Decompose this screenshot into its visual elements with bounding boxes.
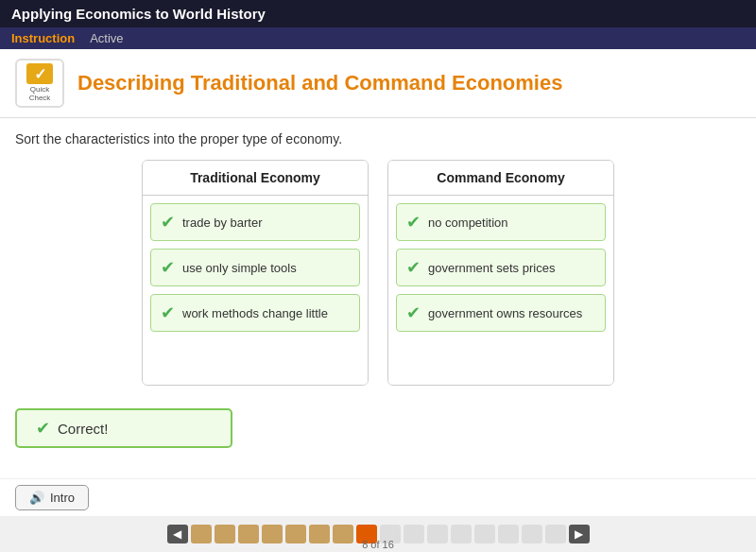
- quick-check-icon: ✓ QuickCheck: [15, 59, 64, 108]
- speaker-icon: 🔊: [29, 491, 44, 505]
- correct-label: Correct!: [58, 421, 108, 437]
- traditional-economy-column: Traditional Economy ✔ trade by barter ✔ …: [142, 160, 369, 386]
- command-economy-column: Command Economy ✔ no competition ✔ gover…: [387, 160, 614, 386]
- traditional-economy-header: Traditional Economy: [143, 161, 368, 196]
- list-item: ✔ trade by barter: [150, 203, 360, 241]
- command-economy-body: ✔ no competition ✔ government sets price…: [388, 196, 613, 385]
- intro-label: Intro: [50, 491, 75, 505]
- correct-check-icon: ✔: [36, 418, 50, 439]
- pagination-bar: ◀ ▶ 8 of 16: [0, 516, 756, 552]
- item-label: work methods change little: [182, 306, 328, 320]
- content-header: ✓ QuickCheck Describing Traditional and …: [0, 49, 756, 118]
- check-circle-icon: ✔: [406, 257, 421, 278]
- item-label: trade by barter: [182, 216, 263, 230]
- audio-bar: 🔊 Intro: [0, 478, 756, 516]
- top-bar: Applying Economics to World History: [0, 0, 756, 27]
- content-body: Sort the characteristics into the proper…: [0, 118, 756, 393]
- page-label: 8 of 16: [0, 539, 756, 550]
- list-item: ✔ work methods change little: [150, 294, 360, 332]
- intro-button[interactable]: 🔊 Intro: [15, 485, 89, 510]
- correct-badge: ✔ Correct!: [15, 408, 232, 448]
- content-title: Describing Traditional and Command Econo…: [77, 71, 562, 95]
- main-content: ✓ QuickCheck Describing Traditional and …: [0, 49, 756, 456]
- check-circle-icon: ✔: [406, 212, 421, 233]
- item-label: government sets prices: [428, 261, 555, 275]
- check-circle-icon: ✔: [161, 302, 175, 323]
- item-label: government owns resources: [428, 306, 582, 320]
- list-item: ✔ government sets prices: [396, 249, 606, 286]
- sort-instruction: Sort the characteristics into the proper…: [15, 131, 741, 147]
- item-label: use only simple tools: [182, 261, 297, 275]
- traditional-economy-body: ✔ trade by barter ✔ use only simple tool…: [143, 196, 368, 385]
- list-item: ✔ use only simple tools: [150, 249, 360, 286]
- check-circle-icon: ✔: [161, 212, 175, 233]
- columns-container: Traditional Economy ✔ trade by barter ✔ …: [15, 160, 741, 386]
- check-mark: ✓: [26, 63, 53, 84]
- nav-instruction-label: Instruction: [11, 31, 75, 45]
- list-item: ✔ government owns resources: [396, 294, 606, 332]
- quick-check-label: QuickCheck: [29, 86, 51, 103]
- nav-status-label: Active: [90, 31, 123, 45]
- app-title: Applying Economics to World History: [11, 6, 266, 22]
- list-item: ✔ no competition: [396, 203, 606, 241]
- check-circle-icon: ✔: [161, 257, 175, 278]
- check-circle-icon: ✔: [406, 302, 421, 323]
- command-economy-header: Command Economy: [388, 161, 613, 196]
- item-label: no competition: [428, 216, 508, 230]
- nav-bar: Instruction Active: [0, 27, 756, 49]
